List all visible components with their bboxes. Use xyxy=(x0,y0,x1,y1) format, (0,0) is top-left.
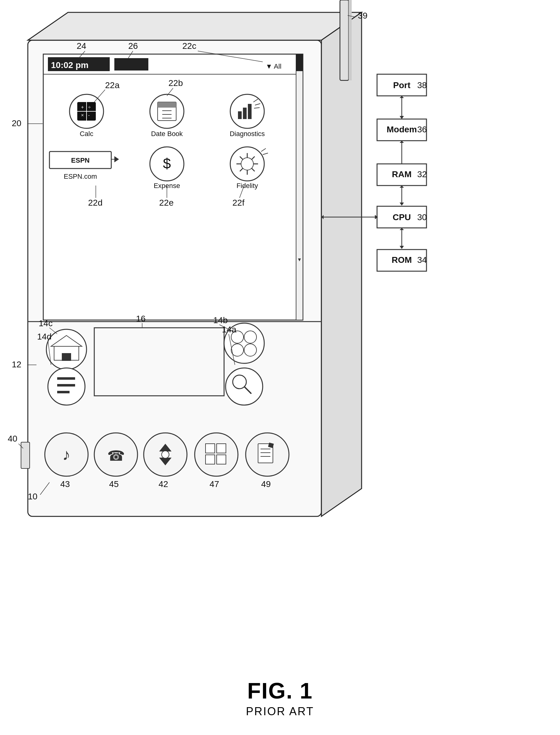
svg-point-30 xyxy=(230,94,264,128)
diagram-svg: 10:02 pm ▼ All ▼ + ÷ × - Calc Date Book xyxy=(0,0,560,735)
svg-text:Calc: Calc xyxy=(80,130,93,138)
page: 10:02 pm ▼ All ▼ + ÷ × - Calc Date Book xyxy=(0,0,560,735)
svg-text:22a: 22a xyxy=(105,80,120,90)
figure-title: FIG. 1 PRIOR ART xyxy=(246,678,314,718)
svg-text:22b: 22b xyxy=(168,78,183,88)
svg-marker-1 xyxy=(28,12,362,40)
svg-point-84 xyxy=(162,451,169,458)
svg-text:14d: 14d xyxy=(37,332,52,341)
svg-rect-31 xyxy=(238,111,242,119)
svg-rect-12 xyxy=(296,54,303,71)
svg-rect-4 xyxy=(349,0,352,80)
svg-text:ESPN: ESPN xyxy=(71,156,90,164)
svg-rect-88 xyxy=(206,455,215,464)
svg-text:26: 26 xyxy=(128,41,138,51)
svg-rect-33 xyxy=(248,104,252,119)
svg-text:ESPN.com: ESPN.com xyxy=(64,172,97,180)
svg-marker-110 xyxy=(400,202,404,206)
svg-text:14a: 14a xyxy=(222,325,236,334)
svg-rect-65 xyxy=(57,377,75,380)
svg-text:40: 40 xyxy=(8,434,17,444)
svg-text:RAM: RAM xyxy=(392,169,412,179)
svg-point-71 xyxy=(244,331,257,343)
svg-text:Diagnostics: Diagnostics xyxy=(230,130,265,138)
svg-text:22e: 22e xyxy=(159,198,174,207)
svg-text:Modem: Modem xyxy=(387,125,417,134)
svg-text:+: + xyxy=(81,104,84,110)
svg-rect-32 xyxy=(243,108,247,119)
svg-text:20: 20 xyxy=(12,118,21,128)
svg-text:47: 47 xyxy=(210,479,219,489)
svg-rect-67 xyxy=(57,391,70,393)
svg-point-72 xyxy=(231,344,244,356)
svg-text:10: 10 xyxy=(28,492,37,501)
svg-text:CPU: CPU xyxy=(392,212,411,222)
svg-rect-68 xyxy=(94,328,224,396)
svg-rect-9 xyxy=(114,58,148,70)
svg-text:34: 34 xyxy=(417,255,427,265)
svg-text:24: 24 xyxy=(77,41,86,51)
svg-text:Fidelity: Fidelity xyxy=(236,182,258,189)
svg-text:36: 36 xyxy=(417,125,427,134)
svg-rect-66 xyxy=(57,384,75,387)
svg-text:♪: ♪ xyxy=(62,446,70,464)
svg-text:43: 43 xyxy=(60,479,70,489)
svg-text:×: × xyxy=(81,113,84,118)
svg-text:Port: Port xyxy=(393,80,410,90)
fig-subtitle-text: PRIOR ART xyxy=(246,705,314,718)
svg-text:14b: 14b xyxy=(213,315,228,325)
svg-text:ROM: ROM xyxy=(392,255,412,265)
svg-rect-89 xyxy=(217,455,226,464)
svg-text:22d: 22d xyxy=(88,198,103,207)
svg-rect-3 xyxy=(340,0,349,80)
svg-text:Date Book: Date Book xyxy=(151,130,183,138)
svg-text:22f: 22f xyxy=(232,198,244,207)
svg-point-73 xyxy=(244,344,257,356)
svg-text:$: $ xyxy=(163,155,171,172)
svg-text:☎: ☎ xyxy=(107,448,125,464)
svg-marker-115 xyxy=(400,246,404,249)
svg-rect-11 xyxy=(296,54,303,320)
svg-text:-: - xyxy=(88,113,90,118)
svg-text:22c: 22c xyxy=(182,41,196,51)
svg-text:42: 42 xyxy=(159,479,168,489)
svg-text:16: 16 xyxy=(136,314,146,323)
svg-text:▼: ▼ xyxy=(297,257,302,262)
svg-text:10:02 pm: 10:02 pm xyxy=(51,60,88,70)
svg-text:38: 38 xyxy=(417,80,427,90)
svg-marker-2 xyxy=(321,12,362,516)
svg-text:45: 45 xyxy=(109,479,119,489)
svg-text:12: 12 xyxy=(12,359,21,369)
svg-rect-86 xyxy=(206,444,215,453)
svg-text:14c: 14c xyxy=(39,318,53,328)
svg-rect-25 xyxy=(158,102,176,108)
svg-text:▼ All: ▼ All xyxy=(265,62,281,70)
svg-rect-96 xyxy=(21,442,30,469)
fig-title-text: FIG. 1 xyxy=(246,678,314,703)
svg-text:49: 49 xyxy=(261,479,271,489)
svg-text:39: 39 xyxy=(358,11,367,20)
svg-text:÷: ÷ xyxy=(88,104,91,110)
svg-rect-63 xyxy=(62,353,71,361)
svg-text:32: 32 xyxy=(417,169,427,179)
svg-text:30: 30 xyxy=(417,212,427,222)
svg-rect-87 xyxy=(217,444,226,453)
